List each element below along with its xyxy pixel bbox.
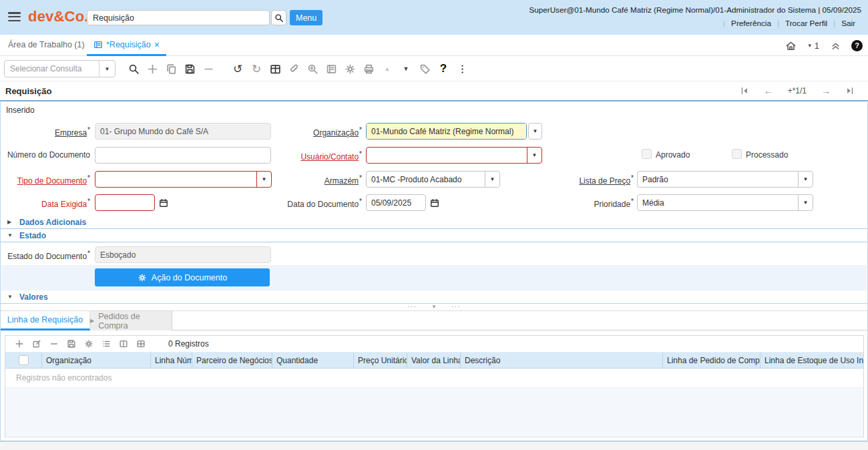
splitter-handle-icon[interactable] [407,302,417,310]
remove-row-icon[interactable] [45,336,63,351]
lista-preco-field[interactable]: Padrão [637,171,813,188]
column-header[interactable]: Organização [42,353,151,368]
organizacao-label: Organização [268,126,362,138]
section-dados-adicionais[interactable]: Dados Adicionais [1,216,867,229]
grid-header-row: Organização Linha Núm. Parceiro de Negóc… [5,352,863,369]
processado-checkbox[interactable] [732,149,742,159]
section-estado[interactable]: Estado [1,230,867,242]
record-pagination: +*1/1 [740,83,855,99]
data-exigida-field[interactable] [95,194,155,211]
data-documento-label: Data do Documento [254,198,362,209]
column-header[interactable]: Quantidade [272,353,354,368]
column-header[interactable]: Linha de Pedido de Compra [663,353,761,368]
recent-views-count: 1 [815,41,819,51]
hamburger-menu-icon[interactable] [8,12,21,22]
help-icon[interactable] [851,40,863,51]
prioridade-field[interactable]: Média [637,194,813,211]
record-header: Requisição +*1/1 [0,81,868,100]
data-documento-calendar-icon[interactable] [430,196,442,209]
aprovado-checkbox[interactable] [642,149,652,159]
record-status: Inserido [6,105,35,115]
acao-documento-button[interactable]: Ação do Documento [95,268,270,286]
column-header[interactable]: Linha Núm. [151,353,192,368]
last-record-icon[interactable] [845,86,855,95]
form-tab-icon [93,40,103,49]
top-links: Preferência Trocar Perfil Sair [723,19,861,27]
data-documento-field[interactable] [366,194,426,211]
switch-profile-link[interactable]: Trocar Perfil [779,19,833,27]
more-options-icon[interactable] [453,59,471,78]
splitter-handle-icon[interactable] [451,302,461,310]
panel-splitter [1,302,867,310]
checklist-icon[interactable] [97,336,115,351]
grid-toolbar: 0 Registros [5,336,863,352]
tab-workspace[interactable]: Área de Trabalho (1) [8,35,85,55]
tag-icon[interactable] [415,59,434,78]
zoom-in-icon[interactable] [303,59,322,78]
tab-pedidos-de-compra-label: Pedidos de Compra [98,312,172,330]
column-header[interactable]: Preço Unitário [354,353,407,368]
attachment-icon[interactable] [284,59,303,78]
edit-row-icon[interactable] [28,336,45,351]
lista-preco-label: Lista de Preço [541,174,634,186]
armazem-field[interactable]: 01-MC -Produto Acabado [366,171,500,188]
close-tab-icon[interactable] [154,39,160,50]
copy-record-icon[interactable] [162,59,180,78]
search-button[interactable] [271,10,286,25]
search-icon[interactable] [124,59,143,78]
section-collapsed-icon [7,219,11,225]
column-header[interactable]: Valor da Linha [407,353,461,368]
numero-documento-field[interactable] [95,147,271,164]
collapse-all-icon[interactable] [826,36,845,55]
menu-button[interactable]: Menu [290,10,322,25]
delete-record-icon[interactable] [199,59,218,78]
data-exigida-calendar-icon[interactable] [159,196,171,209]
settings-gear-icon[interactable] [341,59,359,78]
report-icon[interactable] [322,59,341,78]
logout-link[interactable]: Sair [835,19,861,27]
tipo-documento-field[interactable] [95,171,272,188]
home-icon[interactable] [782,36,801,55]
collapse-up-icon[interactable] [378,59,397,78]
previous-record-icon[interactable] [764,85,773,96]
organizacao-field[interactable]: 01-Mundo Café Matriz (Regime Normal) [366,123,527,140]
refresh-icon[interactable] [247,59,266,78]
column-header[interactable]: Descrição [461,353,663,368]
grid-view-icon[interactable] [266,59,284,78]
print-icon[interactable] [359,59,378,78]
column-header[interactable]: Linha de Estoque de Uso Inter [761,353,864,368]
column-header[interactable]: Parceiro de Negócios [192,353,272,368]
prioridade-dropdown-icon[interactable] [798,195,813,210]
select-all-checkbox[interactable] [19,355,29,365]
help-question-icon[interactable] [434,59,453,78]
save-row-icon[interactable] [63,336,80,351]
tab-requisicao[interactable]: *Requisição [87,35,166,56]
global-search-input[interactable] [87,10,270,25]
add-record-icon[interactable] [143,59,162,78]
splitter-collapse-icon[interactable] [431,304,437,310]
organizacao-dropdown-icon[interactable] [528,123,542,140]
recent-views-dropdown[interactable]: 1 [807,41,819,51]
lista-preco-dropdown-icon[interactable] [798,172,813,187]
armazem-dropdown-icon[interactable] [485,172,499,187]
usuario-contato-field[interactable] [366,147,542,164]
grid-view-icon[interactable] [132,336,150,351]
saved-view-select[interactable]: Selecionar Consulta [4,60,116,77]
first-record-icon[interactable] [740,86,749,95]
tab-pedidos-de-compra[interactable]: Pedidos de Compra [90,311,172,330]
grid-settings-gear-icon[interactable] [80,336,97,351]
undo-icon[interactable] [228,59,247,78]
add-row-icon[interactable] [11,336,28,351]
empresa-label: Empresa [1,126,90,138]
columns-icon[interactable] [115,336,132,351]
expand-down-icon[interactable] [397,59,415,78]
usuario-contato-dropdown-icon[interactable] [527,148,541,163]
numero-documento-label: Número do Documento [1,150,90,160]
detail-grid: 0 Registros Organização Linha Núm. Parce… [5,335,864,437]
detail-tab-strip: Linha de Requisição Pedidos de Compra [1,310,867,330]
acao-documento-label: Ação do Documento [152,273,227,282]
preferences-link[interactable]: Preferência [725,19,777,27]
save-icon[interactable] [180,59,199,78]
next-record-icon[interactable] [821,85,831,96]
tab-linha-de-requisicao[interactable]: Linha de Requisição [1,311,90,330]
